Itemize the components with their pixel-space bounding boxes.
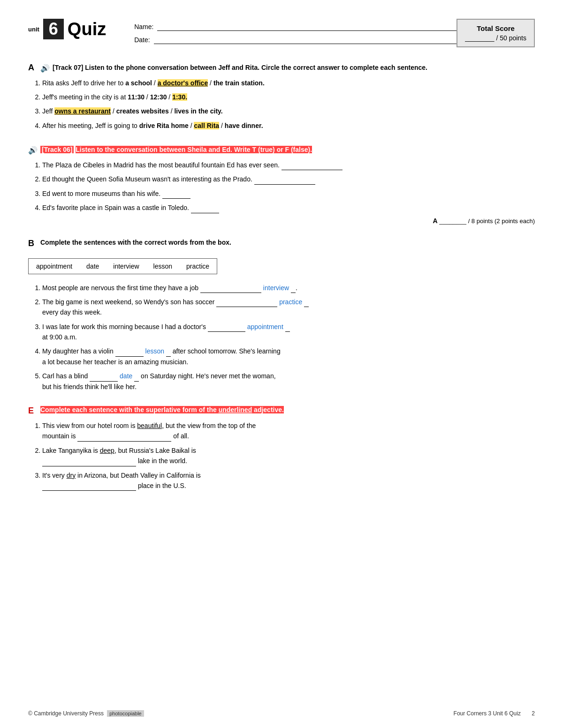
answer-b5: date: [118, 372, 134, 380]
adj-deep: deep: [100, 447, 114, 454]
blank-a2-3: [162, 191, 190, 199]
word-appointment: appointment: [36, 263, 72, 270]
answer-b1: interview: [261, 284, 291, 292]
list-item: Carl has a blind date on Saturday night.…: [42, 371, 535, 392]
section-a-score: A ________ / 8 points (2 points each): [28, 217, 535, 225]
track-a2-label: [Track 06]: [40, 146, 74, 153]
blank-a2-1: [282, 163, 342, 170]
section-b-list: Most people are nervous the first time t…: [42, 283, 535, 392]
list-item: Rita asks Jeff to drive her to a school …: [42, 78, 535, 88]
total-score-label: Total Score: [465, 24, 526, 32]
list-item: The Plaza de Cibeles in Madrid has the m…: [42, 160, 535, 170]
blank-b3: [208, 324, 245, 332]
section-e-list: This view from our hotel room is beautif…: [42, 420, 535, 491]
quiz-title: Quiz: [68, 19, 106, 39]
total-score-points: / 50 points: [496, 34, 526, 42]
copyright-text: © Cambridge University Press: [28, 710, 104, 717]
date-label: Date:: [134, 36, 150, 44]
page-info: Four Corners 3 Unit 6 Quiz: [454, 710, 521, 717]
adj-dry: dry: [67, 472, 76, 479]
answer-b3: appointment: [245, 323, 285, 330]
footer-right: Four Corners 3 Unit 6 Quiz 2: [454, 710, 535, 717]
section-b-letter: B: [28, 239, 38, 248]
section-a-instruction: [Track 07] Listen to the phone conversat…: [53, 63, 427, 73]
score-text: / 8 points (2 points each): [468, 218, 535, 225]
name-underline: [157, 23, 456, 31]
blank-b1: [200, 285, 261, 293]
blank-b2: [216, 300, 277, 307]
list-item: Jeff's meeting in the city is at 11:30 /…: [42, 92, 535, 102]
blank-e2: [42, 459, 136, 466]
speaker-icon-a: 🔊: [40, 64, 50, 73]
page-number: 2: [532, 710, 535, 717]
section-b: B Complete the sentences with the correc…: [28, 239, 535, 392]
section-a-list: Rita asks Jeff to drive her to a school …: [42, 78, 535, 131]
section-a2-text: Listen to the conversation between Sheil…: [76, 146, 312, 153]
total-score-box: Total Score ________ / 50 points: [456, 19, 535, 47]
speaker-icon-a2: 🔊: [28, 146, 38, 155]
section-e-letter: E: [28, 406, 38, 416]
section-b-instruction: Complete the sentences with the correct …: [40, 239, 231, 246]
blank-e3: [42, 483, 136, 491]
photocopiable-badge: photocopiable: [107, 710, 144, 717]
list-item: Lake Tanganyika is deep, but Russia's La…: [42, 445, 535, 466]
total-score-blank: ________: [465, 34, 494, 42]
section-e: E Complete each sentence with the superl…: [28, 406, 535, 491]
track-a-label: [Track 07]: [53, 64, 83, 71]
list-item: It's very dry in Arizona, but Death Vall…: [42, 470, 535, 491]
unit-label: unit: [28, 26, 39, 33]
name-date-block: Name: Date:: [134, 23, 456, 49]
unit-number: 6: [43, 19, 64, 39]
list-item: After his meeting, Jeff is going to driv…: [42, 120, 535, 131]
date-underline: [154, 36, 457, 44]
blank-a2-4: [191, 206, 219, 213]
section-e-instruction: Complete each sentence with the superlat…: [40, 406, 284, 413]
page-header: unit 6 Quiz Name: Date: Total Score ____…: [28, 19, 535, 49]
list-item: Ed's favorite place in Spain was a castl…: [42, 203, 535, 213]
section-a2: 🔊 [Track 06] Listen to the conversation …: [28, 145, 535, 224]
blank-e1: [77, 434, 171, 442]
list-item: My daughter has a violin lesson after sc…: [42, 346, 535, 367]
unit-title-block: unit 6 Quiz: [28, 19, 106, 39]
answer-b4: lesson: [144, 347, 166, 355]
section-a-text: Listen to the phone conversation between…: [85, 64, 427, 71]
word-practice: practice: [186, 263, 209, 270]
list-item: Ed went to more museums than his wife.: [42, 188, 535, 199]
list-item: Most people are nervous the first time t…: [42, 283, 535, 293]
score-letter: A: [433, 217, 437, 225]
adj-beautiful: beautiful: [137, 422, 162, 429]
blank-b4: [115, 349, 144, 357]
name-label: Name:: [134, 23, 153, 30]
words-box: appointment date interview lesson practi…: [28, 258, 217, 274]
answer-b2: practice: [277, 298, 304, 306]
list-item: I was late for work this morning because…: [42, 322, 535, 343]
section-a2-instruction: [Track 06] Listen to the conversation be…: [40, 145, 312, 155]
section-a-letter: A: [28, 63, 38, 73]
list-item: This view from our hotel room is beautif…: [42, 420, 535, 442]
list-item: The big game is next weekend, so Wendy's…: [42, 297, 535, 318]
footer-left: © Cambridge University Press photocopiab…: [28, 710, 144, 717]
total-score-value: ________ / 50 points: [465, 34, 526, 42]
blank-b5: [90, 374, 118, 382]
section-a: A 🔊 [Track 07] Listen to the phone conve…: [28, 63, 535, 131]
list-item: Jeff owns a restaurant / creates website…: [42, 106, 535, 116]
page-footer: © Cambridge University Press photocopiab…: [28, 710, 535, 717]
word-date: date: [86, 263, 99, 270]
section-a2-list: The Plaza de Cibeles in Madrid has the m…: [42, 160, 535, 213]
word-lesson: lesson: [153, 263, 172, 270]
blank-a2-2: [254, 177, 315, 185]
list-item: Ed thought the Queen Sofia Museum wasn't…: [42, 174, 535, 184]
word-interview: interview: [113, 263, 139, 270]
score-blank: ________: [439, 218, 466, 225]
